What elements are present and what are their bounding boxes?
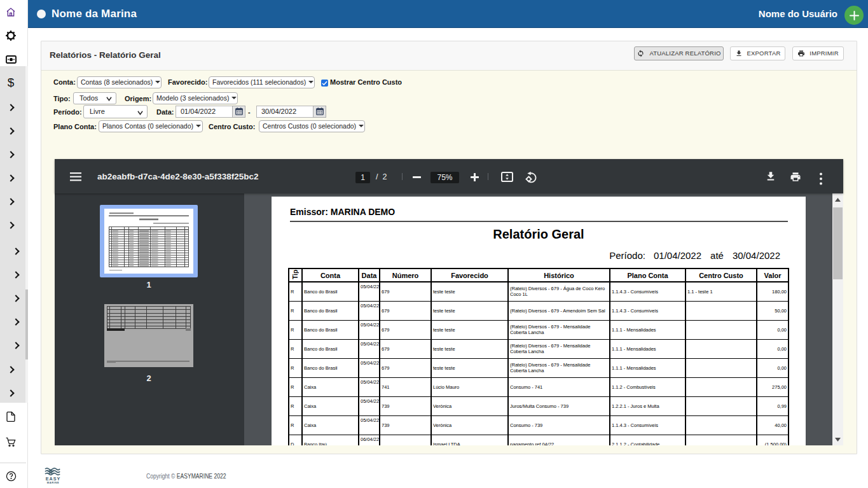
svg-text:MARINE: MARINE <box>47 481 59 484</box>
